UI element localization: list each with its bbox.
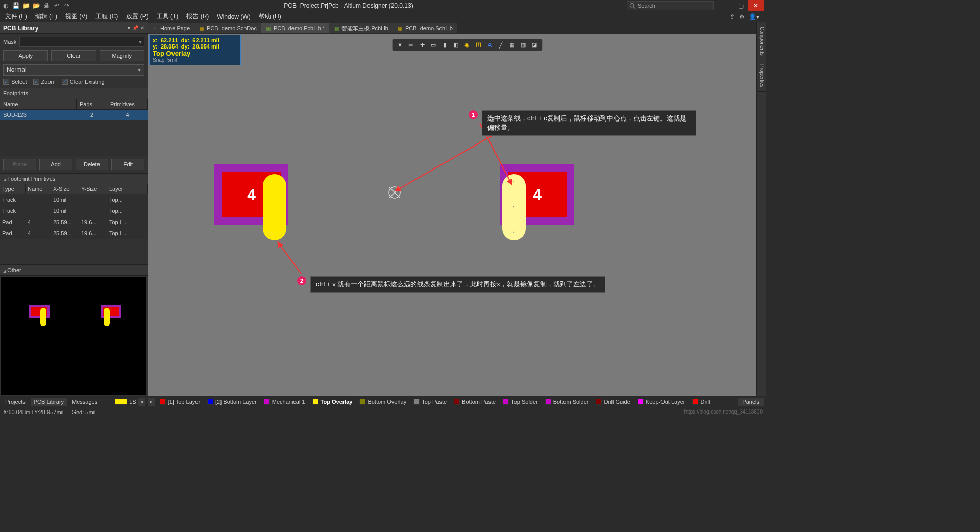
close-button[interactable]: ✕ [748, 0, 764, 11]
primitives-header[interactable]: Footprint Primitives [0, 173, 148, 184]
col-pads[interactable]: Pads [77, 99, 107, 109]
tab-pcblib-active[interactable]: ▦PCB_demo.PcbLib * [261, 23, 329, 33]
delete-button[interactable]: Delete [76, 159, 109, 170]
layer-item[interactable]: Bottom Paste [451, 399, 499, 405]
menu-bar: 文件 (F) 编辑 (E) 视图 (V) 工程 (C) 放置 (P) 工具 (T… [0, 11, 766, 22]
tab-properties[interactable]: Properties [757, 60, 766, 92]
key-icon[interactable]: ⚿ [473, 40, 483, 50]
layer-item[interactable]: [1] Top Layer [157, 399, 203, 405]
mask-dropdown[interactable]: ▾ [19, 37, 144, 47]
layer-item[interactable]: Top Overlay [309, 399, 356, 405]
line-icon[interactable]: ╱ [496, 40, 506, 50]
undo-icon[interactable]: ↶ [53, 2, 60, 9]
table-row[interactable]: SOD-123 2 4 [0, 110, 148, 120]
grid1-icon[interactable]: ▦ [507, 40, 517, 50]
menu-view[interactable]: 视图 (V) [63, 11, 89, 22]
open-icon[interactable]: 📂 [33, 2, 40, 9]
save-icon[interactable]: 💾 [12, 2, 19, 9]
pcb-canvas[interactable]: x: 62.211 dx: 62.211 mil y: 28.054 dy: 2… [148, 34, 756, 396]
user-icon[interactable]: 👤▾ [749, 13, 760, 20]
layer-item[interactable]: Drill Guide [593, 399, 633, 405]
menu-project[interactable]: 工程 (C) [93, 11, 120, 22]
layer-swatch [545, 399, 551, 405]
clear-existing-checkbox[interactable]: ✓Clear Existing [62, 79, 105, 85]
panels-button[interactable]: Panels [738, 398, 764, 406]
app-icon: ◐ [2, 2, 9, 9]
edit-button[interactable]: Edit [111, 159, 144, 170]
arrow-2 [276, 240, 306, 276]
mode-dropdown[interactable]: Normal [3, 64, 144, 76]
tab-schlib[interactable]: ▦PCB_demo.SchLib [393, 23, 457, 33]
menu-tools[interactable]: 工具 (T) [155, 11, 181, 22]
menu-file[interactable]: 文件 (F) [3, 11, 29, 22]
layer-swatch [359, 399, 365, 405]
menu-edit[interactable]: 编辑 (E) [33, 11, 59, 22]
tab-home[interactable]: ⌂Home Page [148, 23, 194, 33]
svg-line-1 [633, 7, 635, 8]
eraser-icon[interactable]: ◧ [451, 40, 461, 50]
menu-window[interactable]: Window (W) [215, 12, 252, 21]
panel-pin-icon[interactable]: 📌 [132, 25, 138, 31]
table-row[interactable]: Track10milTop... [0, 205, 148, 216]
layer-swatch [596, 399, 602, 405]
layer-item[interactable]: Bottom Overlay [356, 399, 409, 405]
rect-icon[interactable]: ▭ [428, 40, 438, 50]
panel-dropdown-icon[interactable]: ▾ [128, 25, 130, 31]
other-header[interactable]: Other [0, 264, 148, 276]
select-checkbox[interactable]: ✓Select [3, 79, 27, 85]
search-input[interactable]: Search [627, 1, 714, 10]
col-name[interactable]: Name [0, 99, 77, 109]
tab-schdoc[interactable]: ▦PCB_demo.SchDoc [194, 23, 261, 33]
redo-icon[interactable]: ↷ [63, 2, 70, 9]
svg-point-0 [630, 4, 634, 8]
prev-layer-button[interactable]: ◄ [138, 398, 145, 406]
col-primitives[interactable]: Primitives [107, 99, 148, 109]
align-icon[interactable]: ⊨ [406, 40, 416, 50]
maximize-button[interactable]: ▢ [733, 0, 748, 11]
place-button[interactable]: Place [3, 159, 36, 170]
layer-swatch [638, 399, 644, 405]
layer-item[interactable]: [2] Bottom Layer [204, 399, 260, 405]
layer-item[interactable]: Drill [689, 399, 713, 405]
next-layer-button[interactable]: ► [148, 398, 155, 406]
cross-icon[interactable]: ✚ [417, 40, 427, 50]
filter-icon[interactable]: ▼ [395, 40, 405, 50]
print-icon[interactable]: 🖶 [43, 2, 50, 9]
layer-item[interactable]: Bottom Solder [542, 399, 592, 405]
settings-icon[interactable]: ⚙ [739, 13, 745, 20]
window-title: PCB_Project.PrjPcb - Altium Designer (20… [70, 2, 627, 9]
text-icon[interactable]: A [484, 40, 495, 50]
layer-item[interactable]: Mechanical 1 [261, 399, 308, 405]
menu-reports[interactable]: 报告 (R) [184, 11, 211, 22]
zoom-checkbox[interactable]: ✓Zoom [33, 79, 56, 85]
layer-item[interactable]: Top Paste [410, 399, 450, 405]
search-icon [629, 3, 635, 9]
layer-item[interactable]: Top Solder [500, 399, 541, 405]
menu-help[interactable]: 帮助 (H) [257, 11, 283, 22]
ls-swatch[interactable] [115, 399, 127, 405]
magnify-button[interactable]: Magnify [100, 50, 144, 61]
clear-button[interactable]: Clear [51, 50, 96, 61]
add-button[interactable]: Add [39, 159, 72, 170]
share-icon[interactable]: ⇪ [730, 13, 735, 20]
status-bar: X:60.048mil Y:28.957mil Grid: 5mil https… [0, 407, 766, 416]
layer-item[interactable]: Keep-Out Layer [634, 399, 689, 405]
box-icon[interactable]: ◪ [529, 40, 540, 50]
pcblib-tab[interactable]: PCB Library [31, 398, 67, 406]
ls-label: LS [129, 399, 136, 405]
grid2-icon[interactable]: ▥ [518, 40, 528, 50]
tab-pcblib2[interactable]: ▦智能车主板.PcbLib [329, 23, 393, 33]
minimize-button[interactable]: — [718, 0, 733, 11]
menu-place[interactable]: 放置 (P) [124, 11, 150, 22]
table-row[interactable]: Pad425.59...19.6...Top L... [0, 228, 148, 239]
projects-tab[interactable]: Projects [2, 398, 29, 406]
table-row[interactable]: Pad425.59...19.6...Top L... [0, 216, 148, 228]
messages-tab[interactable]: Messages [69, 398, 101, 406]
panel-close-icon[interactable]: ✕ [140, 25, 144, 31]
tab-components[interactable]: Components [757, 22, 766, 60]
apply-button[interactable]: Apply [3, 50, 48, 61]
chart-icon[interactable]: ▮ [439, 40, 450, 50]
folder-icon[interactable]: 📁 [22, 2, 30, 9]
table-row[interactable]: Track10milTop... [0, 194, 148, 205]
bulb-icon[interactable]: ◉ [462, 40, 472, 50]
